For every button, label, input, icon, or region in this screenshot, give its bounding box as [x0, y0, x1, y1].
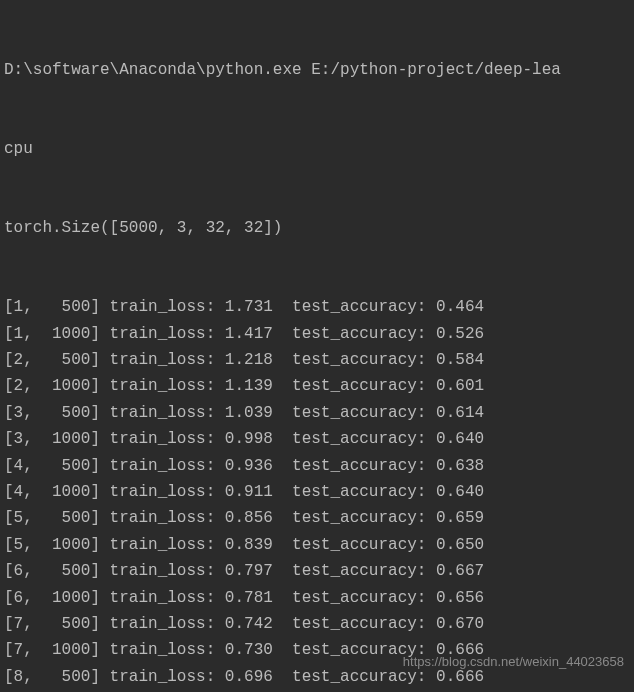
log-row: [5, 1000] train_loss: 0.839 test_accurac… [4, 532, 634, 558]
log-row: [3, 500] train_loss: 1.039 test_accuracy… [4, 400, 634, 426]
tensor-size-line: torch.Size([5000, 3, 32, 32]) [4, 215, 634, 241]
log-row: [1, 1000] train_loss: 1.417 test_accurac… [4, 321, 634, 347]
training-log: [1, 500] train_loss: 1.731 test_accuracy… [4, 294, 634, 692]
log-row: [5, 500] train_loss: 0.856 test_accuracy… [4, 505, 634, 531]
log-row: [2, 500] train_loss: 1.218 test_accuracy… [4, 347, 634, 373]
log-row: [4, 1000] train_loss: 0.911 test_accurac… [4, 479, 634, 505]
log-row: [1, 500] train_loss: 1.731 test_accuracy… [4, 294, 634, 320]
log-row: [7, 500] train_loss: 0.742 test_accuracy… [4, 611, 634, 637]
watermark-text: https://blog.csdn.net/weixin_44023658 [403, 651, 624, 672]
terminal-output: D:\software\Anaconda\python.exe E:/pytho… [4, 4, 634, 692]
command-line: D:\software\Anaconda\python.exe E:/pytho… [4, 57, 634, 83]
log-row: [6, 500] train_loss: 0.797 test_accuracy… [4, 558, 634, 584]
log-row: [4, 500] train_loss: 0.936 test_accuracy… [4, 453, 634, 479]
log-row: [6, 1000] train_loss: 0.781 test_accurac… [4, 585, 634, 611]
log-row: [3, 1000] train_loss: 0.998 test_accurac… [4, 426, 634, 452]
log-row: [2, 1000] train_loss: 1.139 test_accurac… [4, 373, 634, 399]
device-line: cpu [4, 136, 634, 162]
